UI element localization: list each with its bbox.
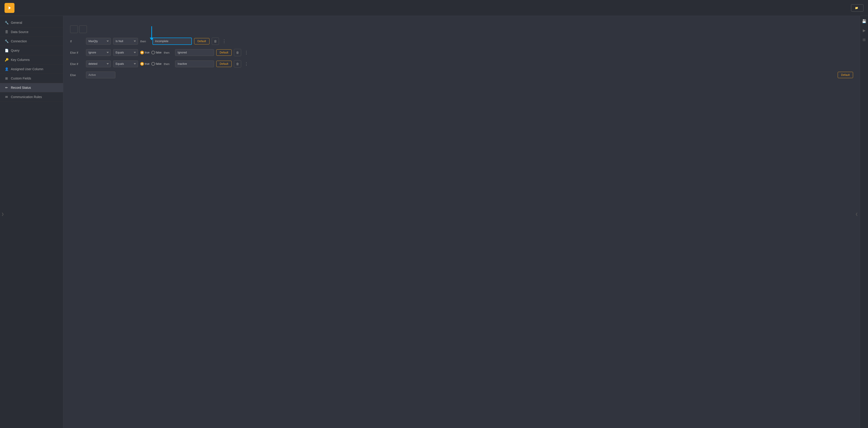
condition-more-btn-2[interactable]: ⋮: [243, 50, 249, 55]
condition-delete-btn-3[interactable]: 🗑: [234, 60, 241, 67]
content-area: If MaxQty Is Null then Default 🗑 ⋮ Else …: [63, 16, 860, 428]
condition-default-btn-3[interactable]: Default: [216, 61, 231, 67]
sidebar-icon-communication-rules: ✉: [4, 95, 9, 99]
conditions-container: If MaxQty Is Null then Default 🗑 ⋮ Else …: [70, 37, 853, 67]
sidebar: 🔧 General 🗄 Data Source 🔧 Connection 📄 Q…: [0, 16, 63, 428]
grid-icon[interactable]: ⊞: [862, 37, 866, 43]
else-row-container: Else Active Default: [70, 72, 853, 78]
sidebar-icon-key-columns: 🔑: [4, 58, 9, 62]
else-default-btn[interactable]: Default: [838, 72, 853, 78]
condition-prefix-2: Else if: [70, 51, 84, 54]
blue-arrow-line: [151, 26, 152, 37]
flag-icon: [9, 6, 11, 9]
else-row: Else Active Default: [70, 72, 853, 78]
sidebar-item-query[interactable]: 📄 Query: [0, 46, 63, 55]
condition-field-1[interactable]: MaxQty: [86, 38, 111, 45]
refresh-button[interactable]: [79, 25, 87, 33]
sidebar-item-custom-fields[interactable]: ⊞ Custom Fields: [0, 74, 63, 83]
sidebar-icon-custom-fields: ⊞: [4, 77, 9, 80]
play-icon[interactable]: ▶: [862, 27, 866, 33]
condition-default-btn-1[interactable]: Default: [194, 38, 210, 45]
radio-dot-true-2: [140, 51, 144, 54]
condition-prefix-3: Else if: [70, 62, 84, 66]
sidebar-icon-connection: 🔧: [4, 39, 9, 43]
condition-delete-btn-1[interactable]: 🗑: [212, 37, 219, 45]
condition-then-1: then: [140, 39, 149, 43]
condition-operator-1[interactable]: Is Null: [113, 38, 138, 45]
condition-then-2: then: [164, 51, 173, 54]
sidebar-item-general[interactable]: 🔧 General: [0, 18, 63, 27]
condition-row-3: Else if deleted Equals true false then: [70, 60, 853, 67]
sidebar-icon-general: 🔧: [4, 21, 9, 25]
condition-default-btn-2[interactable]: Default: [216, 49, 231, 56]
sidebar-item-key-columns[interactable]: 🔑 Key Columns: [0, 55, 63, 64]
condition-more-btn-1[interactable]: ⋮: [221, 38, 227, 44]
radio-dot-true-3: [140, 62, 144, 66]
condition-operator-3[interactable]: Equals: [113, 60, 138, 67]
save-icon[interactable]: 💾: [861, 18, 867, 24]
status-input-wrapper-2: [175, 49, 214, 56]
radio-false-label-3: false: [156, 62, 161, 65]
blue-arrow-head: [150, 37, 153, 40]
condition-then-3: then: [164, 62, 173, 66]
condition-status-input-2[interactable]: [175, 49, 214, 56]
condition-row-1: If MaxQty Is Null then Default 🗑 ⋮: [70, 37, 853, 45]
sidebar-item-communication-rules[interactable]: ✉ Communication Rules: [0, 92, 63, 102]
radio-true-3[interactable]: true: [140, 62, 150, 66]
toolbar: [70, 25, 853, 33]
header: 📁: [0, 0, 868, 16]
radio-true-label-3: true: [145, 62, 150, 65]
radio-group-2: true false: [140, 51, 161, 54]
return-to-project-button[interactable]: 📁: [851, 4, 864, 11]
sidebar-item-connection[interactable]: 🔧 Connection: [0, 37, 63, 46]
sidebar-label-assigned-user: Assigned User Column: [11, 67, 43, 71]
radio-group-3: true false: [140, 62, 161, 66]
sidebar-icon-record-status: ✏: [4, 86, 9, 89]
sidebar-label-communication-rules: Communication Rules: [11, 95, 42, 99]
add-condition-button[interactable]: [70, 25, 78, 33]
status-input-wrapper-1: [152, 37, 192, 45]
header-title-block: [18, 8, 851, 8]
condition-row-2: Else if Ignore Equals true false then: [70, 49, 853, 56]
sidebar-label-query: Query: [11, 49, 20, 52]
condition-more-btn-3[interactable]: ⋮: [243, 61, 249, 67]
sidebar-label-key-columns: Key Columns: [11, 58, 30, 62]
blue-arrow-annotation: [150, 26, 153, 40]
sidebar-icon-query: 📄: [4, 49, 9, 52]
sidebar-label-custom-fields: Custom Fields: [11, 77, 31, 80]
else-prefix: Else: [70, 74, 84, 77]
radio-false-2[interactable]: false: [151, 51, 161, 54]
sidebar-item-record-status[interactable]: ✏ Record Status: [0, 83, 63, 92]
collapse-left-icon[interactable]: ❯: [1, 212, 4, 216]
sidebar-item-assigned-user[interactable]: 👤 Assigned User Column: [0, 64, 63, 74]
sidebar-label-record-status: Record Status: [11, 86, 31, 89]
condition-field-2[interactable]: Ignore: [86, 49, 111, 56]
sidebar-icon-assigned-user: 👤: [4, 67, 9, 71]
sidebar-item-data-source[interactable]: 🗄 Data Source: [0, 27, 63, 37]
condition-delete-btn-2[interactable]: 🗑: [234, 49, 241, 56]
folder-icon: 📁: [855, 6, 858, 9]
radio-dot-false-3: [151, 62, 155, 66]
condition-operator-2[interactable]: Equals: [113, 49, 138, 56]
collapse-right-icon[interactable]: ❮: [855, 212, 858, 216]
radio-false-label-2: false: [156, 51, 161, 54]
main-layout: 🔧 General 🗄 Data Source 🔧 Connection 📄 Q…: [0, 16, 868, 428]
condition-status-input-1[interactable]: [152, 37, 192, 45]
radio-dot-false-2: [151, 51, 155, 54]
condition-prefix-1: If: [70, 39, 84, 43]
status-input-wrapper-3: [175, 60, 214, 67]
sidebar-label-general: General: [11, 21, 22, 25]
sidebar-icon-data-source: 🗄: [4, 30, 9, 34]
radio-true-label-2: true: [145, 51, 150, 54]
condition-field-3[interactable]: deleted: [86, 60, 111, 67]
sidebar-label-data-source: Data Source: [11, 30, 29, 34]
condition-status-input-3[interactable]: [175, 60, 214, 67]
sidebar-label-connection: Connection: [11, 39, 27, 43]
radio-true-2[interactable]: true: [140, 51, 150, 54]
right-panel: 💾 ▶ ⊞: [860, 16, 868, 428]
radio-false-3[interactable]: false: [151, 62, 161, 66]
app-icon: [4, 3, 14, 13]
else-status-value: Active: [86, 72, 115, 78]
